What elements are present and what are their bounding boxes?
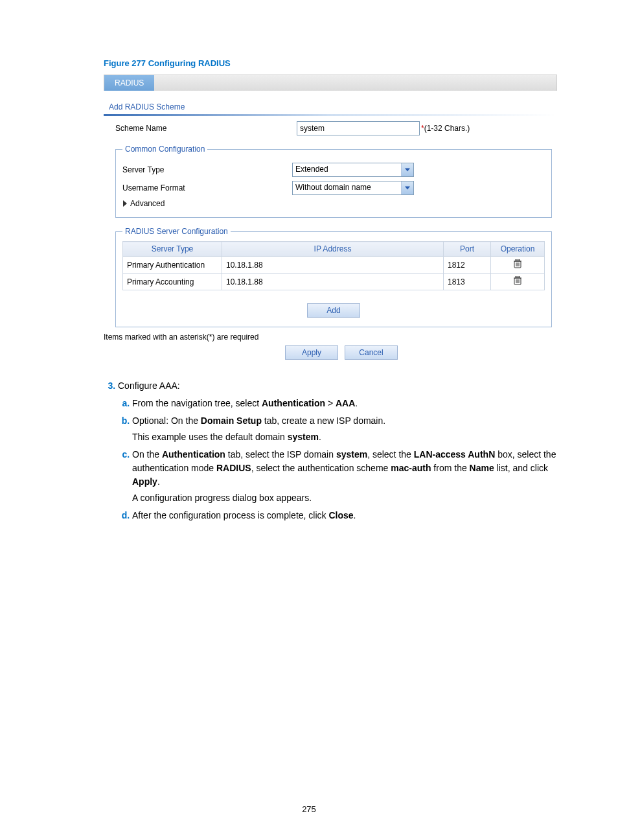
common-config-legend: Common Configuration bbox=[122, 145, 207, 154]
trash-icon bbox=[514, 276, 521, 285]
username-format-value: Without domain name bbox=[293, 181, 401, 194]
t: > bbox=[325, 398, 336, 408]
section-title: Add RADIUS Scheme bbox=[104, 91, 557, 114]
server-type-value: Extended bbox=[293, 163, 401, 176]
cancel-button[interactable]: Cancel bbox=[345, 345, 398, 360]
delete-button[interactable] bbox=[514, 276, 521, 287]
step-3b-note: This example uses the default domain sys… bbox=[132, 430, 560, 444]
t: from the bbox=[431, 463, 469, 473]
scheme-name-label: Scheme Name bbox=[115, 124, 297, 133]
t: Authentication bbox=[162, 449, 225, 460]
t: tab, select the ISP domain bbox=[225, 449, 336, 460]
cell-server-type: Primary Accounting bbox=[123, 274, 222, 290]
step-3c: On the Authentication tab, select the IS… bbox=[132, 448, 560, 505]
t: system bbox=[336, 449, 367, 460]
scheme-name-hint-text: (1-32 Chars.) bbox=[424, 124, 470, 133]
t: . bbox=[354, 510, 356, 520]
t: tab, create a new ISP domain. bbox=[262, 415, 385, 426]
svg-rect-1 bbox=[516, 259, 520, 261]
advanced-toggle[interactable]: Advanced bbox=[122, 199, 545, 208]
scheme-name-input[interactable] bbox=[297, 121, 420, 135]
cell-port: 1812 bbox=[444, 257, 491, 274]
step-3a: From the navigation tree, select Authent… bbox=[132, 397, 560, 410]
col-port: Port bbox=[444, 242, 491, 257]
tab-strip: RADIUS bbox=[104, 75, 557, 91]
advanced-label: Advanced bbox=[130, 199, 165, 208]
cell-ip: 10.18.1.88 bbox=[222, 257, 444, 274]
page-number: 275 bbox=[0, 804, 618, 814]
radius-config-screenshot: RADIUS Add RADIUS Scheme Scheme Name *(1… bbox=[104, 75, 557, 360]
table-row: Primary Accounting 10.18.1.88 1813 bbox=[123, 274, 545, 290]
t: Close bbox=[328, 510, 353, 520]
col-server-type: Server Type bbox=[123, 242, 222, 257]
doc-step-list: Configure AAA: From the navigation tree,… bbox=[104, 379, 560, 522]
t: This example uses the default domain bbox=[132, 432, 288, 442]
t: Name bbox=[470, 463, 494, 473]
apply-button[interactable]: Apply bbox=[285, 345, 338, 360]
t: Optional: On the bbox=[132, 415, 201, 426]
section-divider bbox=[104, 114, 557, 116]
step-3: Configure AAA: From the navigation tree,… bbox=[118, 379, 560, 522]
col-ip-address: IP Address bbox=[222, 242, 444, 257]
t: After the configuration process is compl… bbox=[132, 510, 328, 520]
username-format-label: Username Format bbox=[122, 183, 292, 192]
trash-icon bbox=[514, 259, 521, 268]
tab-radius[interactable]: RADIUS bbox=[104, 75, 154, 91]
t: . bbox=[355, 398, 358, 408]
server-type-label: Server Type bbox=[122, 165, 292, 174]
t: list, and click bbox=[494, 463, 548, 473]
delete-button[interactable] bbox=[514, 259, 521, 270]
step-3c-note: A configuration progress dialog box appe… bbox=[132, 491, 560, 505]
cell-port: 1813 bbox=[444, 274, 491, 290]
t: From the navigation tree, select bbox=[132, 398, 262, 408]
figure-caption: Figure 277 Configuring RADIUS bbox=[104, 58, 560, 68]
t: AAA bbox=[336, 398, 355, 408]
t: Authentication bbox=[262, 398, 325, 408]
step-3d: After the configuration process is compl… bbox=[132, 509, 560, 522]
required-note: Items marked with an asterisk(*) are req… bbox=[104, 332, 557, 342]
scheme-name-hint: *(1-32 Chars.) bbox=[421, 124, 470, 133]
username-format-select[interactable]: Without domain name bbox=[292, 181, 414, 195]
t: Apply bbox=[132, 476, 157, 487]
t: RADIUS bbox=[216, 463, 251, 473]
col-operation: Operation bbox=[491, 242, 545, 257]
chevron-down-icon bbox=[401, 163, 413, 176]
svg-rect-7 bbox=[516, 276, 520, 277]
common-configuration-group: Common Configuration Server Type Extende… bbox=[115, 145, 552, 218]
t: . bbox=[319, 432, 321, 442]
chevron-down-icon bbox=[401, 181, 413, 194]
t: system bbox=[288, 432, 319, 442]
radius-server-legend: RADIUS Server Configuration bbox=[122, 227, 231, 236]
cell-ip: 10.18.1.88 bbox=[222, 274, 444, 290]
add-button[interactable]: Add bbox=[307, 303, 360, 318]
table-row: Primary Authentication 10.18.1.88 1812 bbox=[123, 257, 545, 274]
radius-server-group: RADIUS Server Configuration Server Type … bbox=[115, 227, 552, 327]
t: , select the authentication scheme bbox=[251, 463, 391, 473]
t: LAN-access AuthN bbox=[414, 449, 496, 460]
t: mac-auth bbox=[391, 463, 431, 473]
triangle-right-icon bbox=[122, 200, 128, 207]
t: On the bbox=[132, 449, 162, 460]
step-3-text: Configure AAA: bbox=[118, 380, 180, 391]
step-3b: Optional: On the Domain Setup tab, creat… bbox=[132, 414, 560, 444]
cell-server-type: Primary Authentication bbox=[123, 257, 222, 274]
t: Domain Setup bbox=[201, 415, 262, 426]
server-type-select[interactable]: Extended bbox=[292, 163, 414, 177]
t: . bbox=[157, 476, 160, 487]
radius-server-table: Server Type IP Address Port Operation Pr… bbox=[122, 241, 545, 290]
t: , select the bbox=[367, 449, 414, 460]
